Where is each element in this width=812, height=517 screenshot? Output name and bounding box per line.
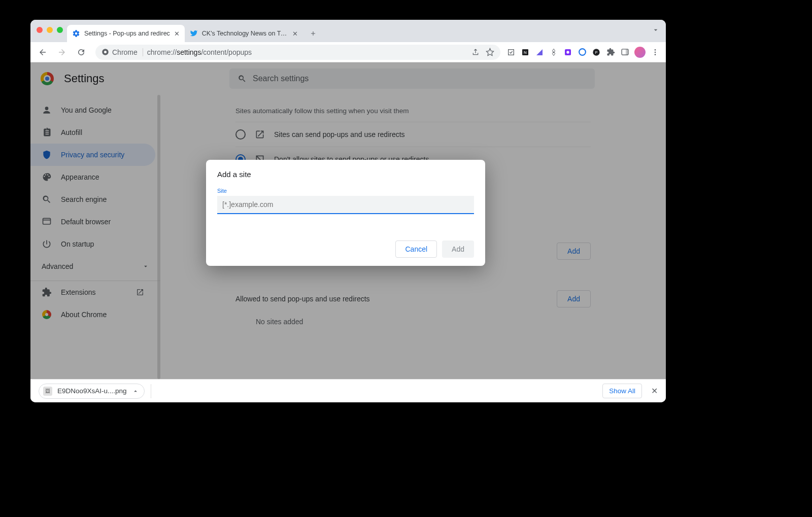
tab-title: Settings - Pop-ups and redirec	[84, 30, 170, 37]
extension-icon[interactable]	[549, 48, 558, 57]
site-chip: Chrome	[101, 48, 143, 56]
download-filename: E9DNoo9XsAI-u....png	[57, 387, 127, 395]
chevron-down-icon	[652, 26, 660, 34]
plus-icon	[310, 30, 317, 37]
extension-icon[interactable]: N	[521, 48, 530, 57]
extensions-button[interactable]	[606, 48, 615, 57]
extension-icon[interactable]	[578, 48, 587, 57]
download-item[interactable]: 🖼 E9DNoo9XsAI-u....png	[39, 384, 145, 399]
bookmark-star-icon[interactable]	[486, 48, 494, 56]
twitter-icon	[190, 29, 198, 38]
svg-text:N: N	[524, 50, 527, 54]
reload-icon	[77, 48, 86, 57]
extension-icon[interactable]	[535, 48, 544, 57]
chrome-chip-icon	[101, 48, 109, 56]
content-area: Settings Search settings You and Google …	[30, 62, 666, 379]
maximize-window-button[interactable]	[57, 27, 63, 33]
extension-icon[interactable]: P	[592, 48, 601, 57]
cancel-button[interactable]: Cancel	[395, 240, 437, 258]
image-file-icon: 🖼	[43, 387, 52, 396]
show-all-downloads-button[interactable]: Show All	[602, 384, 642, 398]
svg-point-1	[104, 51, 107, 53]
site-chip-label: Chrome	[112, 48, 138, 56]
settings-gear-icon	[72, 29, 80, 38]
svg-rect-11	[625, 49, 628, 55]
svg-rect-2	[509, 49, 514, 55]
forward-button[interactable]	[54, 44, 70, 60]
new-tab-button[interactable]	[306, 26, 320, 41]
close-tab-icon[interactable]: ✕	[174, 30, 180, 38]
tab-search-button[interactable]	[652, 26, 660, 34]
url-text: chrome://settings/content/popups	[147, 48, 252, 56]
minimize-window-button[interactable]	[47, 27, 53, 33]
extension-icon[interactable]	[563, 48, 572, 57]
tab-twitter[interactable]: CK's Technology News on Twit ✕	[185, 25, 303, 42]
browser-menu-button[interactable]	[651, 48, 660, 57]
address-bar[interactable]: Chrome chrome://settings/content/popups	[95, 45, 500, 60]
svg-point-13	[655, 51, 656, 53]
three-dots-icon	[651, 48, 659, 56]
tab-title: CK's Technology News on Twit	[202, 30, 288, 37]
download-shelf: 🖼 E9DNoo9XsAI-u....png Show All ✕	[30, 379, 666, 402]
svg-point-6	[566, 51, 569, 53]
browser-window: Settings - Pop-ups and redirec ✕ CK's Te…	[30, 20, 666, 402]
tab-strip: Settings - Pop-ups and redirec ✕ CK's Te…	[30, 20, 666, 42]
close-window-button[interactable]	[37, 27, 43, 33]
extension-icon[interactable]	[506, 48, 516, 57]
site-input[interactable]	[217, 196, 474, 214]
browser-toolbar: Chrome chrome://settings/content/popups …	[30, 42, 666, 62]
dialog-field-label: Site	[217, 188, 474, 194]
divider	[151, 384, 151, 398]
arrow-left-icon	[38, 48, 47, 57]
close-shelf-button[interactable]: ✕	[651, 386, 658, 396]
add-button[interactable]: Add	[442, 240, 474, 258]
dialog-title: Add a site	[217, 170, 474, 179]
svg-point-7	[579, 49, 586, 55]
close-tab-icon[interactable]: ✕	[292, 30, 298, 38]
share-icon[interactable]	[471, 48, 480, 56]
svg-point-14	[655, 54, 656, 55]
add-site-dialog: Add a site Site Cancel Add	[206, 160, 485, 266]
svg-text:P: P	[595, 50, 598, 54]
chevron-up-icon[interactable]	[132, 388, 139, 395]
profile-avatar[interactable]	[634, 47, 646, 58]
extension-icons: N P	[506, 47, 662, 58]
side-panel-button[interactable]	[620, 48, 629, 57]
tab-settings[interactable]: Settings - Pop-ups and redirec ✕	[67, 25, 185, 42]
back-button[interactable]	[35, 44, 51, 60]
window-controls	[37, 27, 63, 33]
arrow-right-icon	[57, 48, 66, 57]
svg-point-12	[655, 49, 656, 51]
reload-button[interactable]	[73, 44, 89, 60]
